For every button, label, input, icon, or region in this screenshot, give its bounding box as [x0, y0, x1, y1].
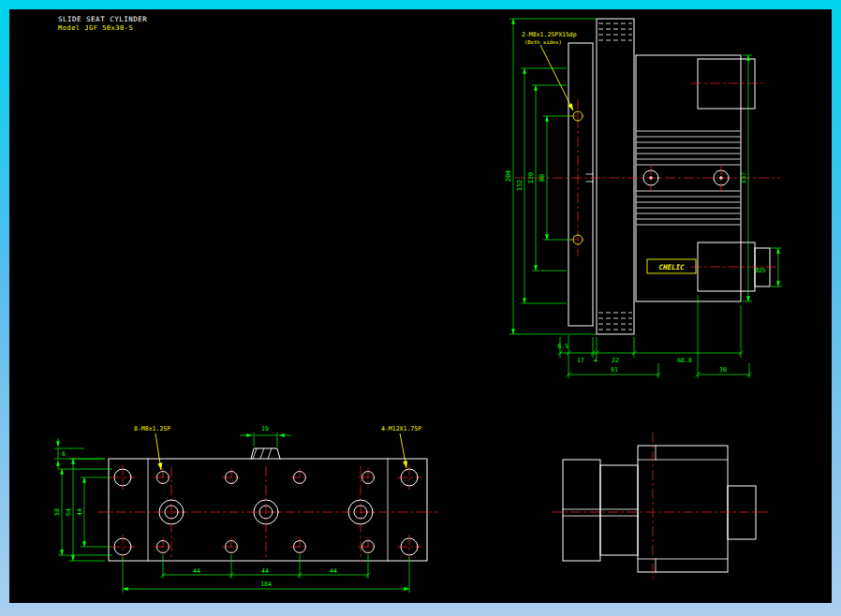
dim-left-58: 58 [53, 508, 61, 516]
thread-note-label: 2-M8x1.25PX15dp [522, 31, 577, 38]
dim-chain-8-5: 8.5 [557, 343, 568, 350]
dim-body-width: 91 [611, 366, 618, 374]
dim-inner-span: 120 [527, 172, 535, 184]
dim-edge: 6 [62, 450, 66, 458]
dim-stroke: 30 [719, 366, 727, 374]
cad-viewport: SLIDE SEAT CYLINDER Model JGF 50x30-S [0, 0, 841, 616]
drawing-title: SLIDE SEAT CYLINDER [58, 15, 147, 23]
dim-chain-4: 4 [594, 357, 598, 364]
thread-note-sub-label: (Both sides) [524, 39, 562, 45]
dim-overall-height: 204 [505, 170, 512, 183]
dim-chain-17: 17 [577, 357, 584, 364]
dim-chain-68-8: 68.8 [677, 357, 692, 364]
dim-chain-22: 22 [612, 357, 619, 364]
dim-rod-dia: Ø25 [755, 267, 766, 274]
drawing-model: Model JGF 50x30-S [58, 24, 133, 32]
dim-spacing-44a: 44 [193, 567, 200, 575]
dim-tab-width: 19 [261, 425, 269, 433]
dim-overall-width: 184 [260, 580, 272, 588]
cad-drawing: SLIDE SEAT CYLINDER Model JGF 50x30-S [0, 0, 841, 616]
dim-body-height: 157 [740, 172, 747, 184]
brand-logo: CHELIC [658, 263, 685, 271]
dim-spacing-44c: 44 [330, 567, 337, 575]
dim-plate-height: 152 [516, 180, 524, 192]
dim-hole-span: 80 [539, 174, 546, 182]
dim-left-64: 64 [65, 508, 72, 516]
dim-left-44: 44 [76, 508, 83, 516]
model-space [9, 9, 832, 603]
m12-holes-label: 4-M12X1.75P [381, 425, 421, 433]
dim-spacing-44b: 44 [261, 567, 269, 575]
m8-holes-label: 8-M8x1.25P [134, 425, 170, 433]
